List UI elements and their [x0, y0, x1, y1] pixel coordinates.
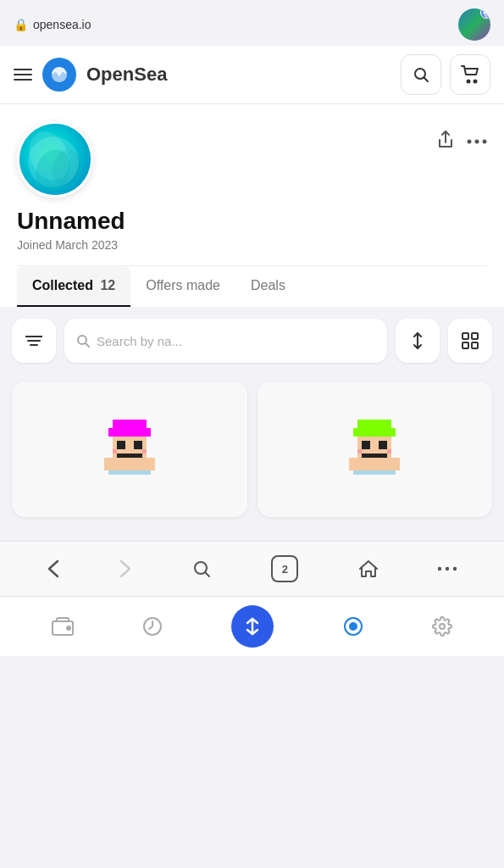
eth-globe-icon[interactable] — [458, 8, 490, 41]
hamburger-line — [14, 79, 32, 81]
back-button[interactable] — [37, 554, 69, 583]
hamburger-line — [14, 69, 32, 70]
home-button[interactable] — [349, 554, 388, 583]
opensea-text: OpenSea — [86, 64, 167, 86]
lock-icon: 🔒 — [14, 18, 28, 31]
svg-rect-15 — [462, 333, 468, 339]
profile-actions — [436, 121, 487, 154]
svg-rect-35 — [379, 441, 387, 449]
profile-name: Unnamed — [17, 208, 487, 235]
filter-bar: Search by na... — [0, 307, 504, 375]
svg-rect-42 — [391, 458, 400, 470]
browser-search-button[interactable] — [182, 554, 221, 583]
wallet-button[interactable] — [52, 617, 74, 636]
tab-count-label: 2 — [282, 563, 288, 576]
avatar — [17, 121, 93, 198]
svg-rect-37 — [357, 449, 362, 453]
address-bar: 🔒 opensea.io — [0, 0, 504, 46]
nft-image-1 — [12, 381, 247, 517]
svg-line-44 — [205, 573, 209, 577]
svg-rect-30 — [147, 458, 155, 470]
search-button[interactable] — [401, 54, 441, 95]
svg-rect-29 — [104, 458, 113, 470]
svg-rect-39 — [357, 458, 391, 470]
svg-line-1 — [424, 78, 429, 82]
svg-rect-26 — [142, 449, 147, 453]
hamburger-line — [14, 74, 32, 75]
svg-point-53 — [440, 624, 445, 629]
svg-rect-27 — [113, 458, 147, 470]
search-bar[interactable]: Search by na... — [64, 319, 387, 363]
swap-button[interactable] — [231, 605, 274, 648]
svg-rect-18 — [472, 342, 478, 348]
profile-section: Unnamed Joined March 2023 Collected 12 O… — [0, 104, 504, 307]
tabs-button[interactable]: 2 — [261, 550, 308, 587]
tab-collected-label: Collected — [32, 278, 93, 292]
nft-image-2 — [258, 381, 493, 517]
tabs-row: Collected 12 Offers made Deals — [17, 265, 487, 307]
pixel-character-2 — [341, 415, 408, 483]
hamburger-menu[interactable] — [14, 69, 32, 81]
svg-rect-28 — [108, 470, 151, 475]
cart-button[interactable] — [450, 54, 490, 95]
nft-card-1[interactable] — [12, 381, 247, 517]
svg-line-14 — [86, 343, 89, 347]
forward-button[interactable] — [109, 554, 141, 583]
svg-point-52 — [350, 623, 357, 630]
svg-rect-38 — [387, 449, 391, 453]
grid-view-button[interactable] — [448, 319, 492, 363]
svg-rect-23 — [134, 441, 142, 449]
svg-rect-19 — [113, 420, 147, 428]
settings-button[interactable] — [432, 616, 452, 637]
svg-rect-20 — [108, 428, 151, 437]
opensea-logo[interactable] — [42, 58, 76, 92]
tab-offers-label: Offers made — [146, 278, 220, 292]
tab-offers[interactable]: Offers made — [130, 266, 235, 307]
svg-point-45 — [438, 567, 441, 570]
svg-point-4 — [19, 124, 93, 198]
browser-more-button[interactable] — [428, 561, 467, 576]
svg-rect-25 — [113, 449, 117, 453]
svg-rect-24 — [117, 453, 142, 458]
browser-nav: 2 — [0, 541, 504, 596]
svg-rect-16 — [472, 333, 478, 339]
filter-button[interactable] — [12, 319, 56, 363]
navbar-right — [401, 54, 490, 95]
nft-grid — [0, 375, 504, 524]
share-button[interactable] — [436, 130, 455, 154]
more-options-button[interactable] — [467, 130, 487, 154]
profile-joined: Joined March 2023 — [17, 238, 487, 252]
svg-point-9 — [483, 140, 487, 144]
tab-deals-label: Deals — [251, 278, 285, 292]
pixel-character-1 — [96, 415, 163, 483]
svg-point-8 — [475, 140, 479, 144]
url-text: opensea.io — [33, 18, 91, 31]
tab-collected[interactable]: Collected 12 — [17, 266, 130, 307]
history-button[interactable] — [142, 616, 163, 637]
svg-point-46 — [446, 567, 449, 570]
avatar-row — [17, 121, 487, 198]
tab-collected-badge: 12 — [100, 278, 115, 292]
svg-rect-40 — [353, 470, 396, 475]
svg-point-2 — [468, 81, 470, 83]
nft-card-2[interactable] — [258, 381, 493, 517]
eth-badge — [480, 8, 490, 19]
svg-point-3 — [474, 81, 477, 83]
svg-rect-41 — [349, 458, 357, 470]
svg-rect-36 — [362, 453, 387, 458]
svg-rect-22 — [117, 441, 125, 449]
svg-point-49 — [67, 626, 70, 630]
app-bar — [0, 596, 504, 656]
navbar: OpenSea — [0, 46, 504, 104]
navbar-left: OpenSea — [14, 58, 167, 92]
svg-rect-17 — [462, 342, 468, 348]
search-icon — [76, 334, 90, 348]
search-placeholder: Search by na... — [97, 334, 182, 348]
svg-rect-31 — [357, 420, 391, 428]
sort-button[interactable] — [396, 319, 440, 363]
address-bar-left: 🔒 opensea.io — [14, 18, 91, 31]
explore-button[interactable] — [343, 616, 363, 637]
tab-deals[interactable]: Deals — [235, 266, 301, 307]
svg-rect-32 — [353, 428, 396, 437]
tab-count: 2 — [271, 555, 298, 582]
